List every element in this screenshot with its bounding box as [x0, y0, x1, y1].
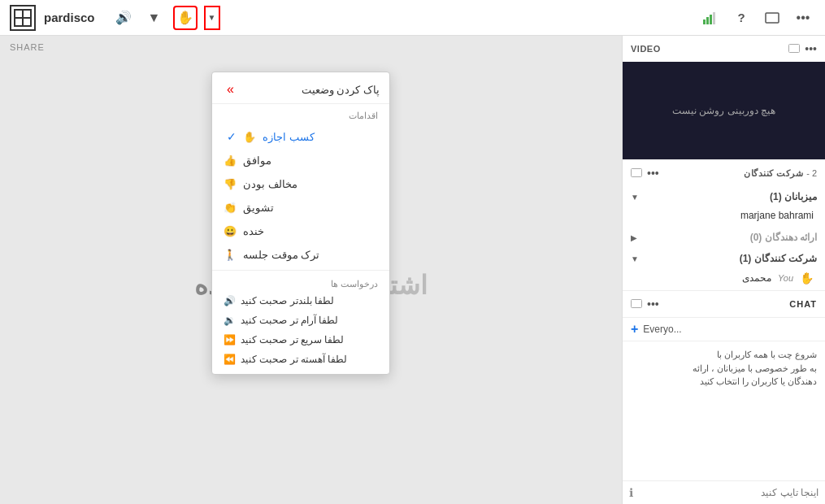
main-layout: SHARE « پاک کردن وضعیت اقدامات کسب اجازه…	[0, 36, 825, 504]
louder-request-item[interactable]: لطفا بلندتر صحبت کنید 🔊	[212, 291, 389, 311]
you-badge: You	[778, 273, 793, 283]
chat-info-icon: ℹ	[629, 486, 633, 499]
participants-count: 2 -	[806, 168, 817, 178]
agree-item[interactable]: موافق 👍	[212, 149, 389, 172]
dropdown-menu: « پاک کردن وضعیت اقدامات کسب اجازه ✋ ✓ م…	[211, 72, 390, 375]
chat-add-button[interactable]: +	[631, 322, 638, 337]
participants-screen-icon[interactable]	[631, 167, 642, 180]
svg-rect-1	[23, 10, 31, 18]
svg-rect-4	[703, 20, 706, 24]
svg-rect-11	[632, 300, 642, 308]
screen-share-button[interactable]	[760, 6, 784, 30]
video-more-button[interactable]: •••	[805, 42, 817, 55]
hosts-group: ▼ میزبانان (1) marjane bahrami	[623, 186, 825, 227]
laugh-label: خنده	[243, 225, 264, 237]
disagree-item[interactable]: مخالف بودن 👎	[212, 172, 389, 196]
participants-more-button[interactable]: •••	[647, 167, 659, 180]
svg-rect-3	[23, 18, 31, 26]
svg-rect-6	[710, 15, 712, 24]
ask-permission-item[interactable]: کسب اجازه ✋ ✓	[212, 124, 389, 149]
quieter-request-item[interactable]: لطفا آرام تر صحبت کنید 🔉	[212, 311, 389, 330]
left-panel: SHARE « پاک کردن وضعیت اقدامات کسب اجازه…	[0, 36, 622, 504]
more-options-button[interactable]: •••	[791, 6, 815, 30]
faster-request-item[interactable]: لطفا سریع تر صحبت کنید ⏩	[212, 330, 389, 350]
video-title: VIDEO	[631, 44, 661, 54]
participants-actions: •••	[631, 167, 659, 180]
attendees-label: شرکت کنندگان (1)	[642, 253, 817, 264]
attendees-chevron-icon: ▼	[631, 254, 639, 263]
leave-icon: 🚶	[224, 249, 237, 261]
svg-rect-2	[15, 18, 23, 26]
leave-item[interactable]: ترک موقت جلسه 🚶	[212, 243, 389, 267]
encourage-item[interactable]: تشویق 👏	[212, 196, 389, 219]
laugh-icon: 😀	[224, 225, 237, 237]
svg-rect-7	[713, 12, 715, 24]
clear-status-label[interactable]: پاک کردن وضعیت	[234, 84, 380, 96]
faster-request-label: لطفا سریع تر صحبت کنید	[241, 334, 344, 345]
chat-title: CHAT	[789, 299, 817, 309]
participants-title: شرکت کنندگان	[744, 168, 803, 179]
louder-icon: 🔊	[224, 295, 236, 306]
help-button[interactable]: ?	[729, 6, 753, 30]
louder-request-label: لطفا بلندتر صحبت کنید	[241, 295, 334, 306]
hosts-label: میزبانان (1)	[642, 191, 817, 202]
attendees-group: ▼ شرکت کنندگان (1) ✋ You محمدی	[623, 248, 825, 290]
faster-icon: ⏩	[224, 334, 236, 345]
dropdown-divider	[212, 270, 389, 271]
leave-label: ترک موقت جلسه	[243, 249, 319, 261]
video-screen-icon[interactable]	[788, 42, 800, 55]
chat-input-field[interactable]	[638, 487, 818, 498]
participants-section: ••• 2 - شرکت کنندگان ▼ میزبانان (1) marj…	[623, 160, 825, 291]
hosts-group-header[interactable]: ▼ میزبانان (1)	[623, 188, 825, 206]
host-item-0: marjane bahrami	[623, 206, 825, 225]
chat-more-button[interactable]: •••	[647, 298, 659, 311]
chat-header: ••• CHAT	[623, 291, 825, 318]
chat-messages[interactable]: شروع چت با همه کاربران با به طور خصوصی ب…	[623, 341, 825, 480]
video-section: VIDEO ••• هیچ دوربینی روشن نیست	[623, 36, 825, 160]
video-header: VIDEO •••	[623, 36, 825, 62]
svg-rect-5	[706, 17, 709, 24]
disagree-label: مخالف بودن	[243, 178, 297, 190]
quieter-icon: 🔉	[224, 315, 236, 326]
chat-screen-icon[interactable]	[631, 298, 642, 311]
slower-icon: ⏪	[224, 354, 236, 365]
hand-dropdown-button[interactable]: ▼	[204, 6, 220, 30]
hand-button[interactable]: ✋	[173, 6, 198, 30]
agree-label: موافق	[243, 154, 271, 167]
providers-group-header[interactable]: ▶ ارائه دهندگان (0)	[623, 228, 825, 246]
slower-request-label: لطفا آهسته تر صحبت کنید	[241, 354, 347, 365]
laugh-item[interactable]: خنده 😀	[212, 219, 389, 243]
disagree-icon: 👎	[224, 178, 237, 190]
hosts-chevron-icon: ▼	[631, 193, 639, 202]
agree-icon: 👍	[224, 154, 237, 167]
double-arrow-icon: «	[227, 82, 234, 97]
svg-rect-10	[632, 169, 642, 177]
dropdown-top-row: « پاک کردن وضعیت	[212, 77, 389, 104]
chat-to-label: Everyo...	[643, 324, 681, 335]
attendee-name-0: محمدی	[631, 272, 771, 284]
topbar-left: pardisco 🔊 ▼ ✋ ▼	[10, 5, 220, 31]
check-icon: ✓	[227, 130, 237, 143]
volume-button[interactable]: 🔊	[111, 6, 136, 30]
requests-section-label: درخواست ها	[212, 274, 389, 291]
chevron-down-button[interactable]: ▼	[142, 6, 167, 30]
encourage-icon: 👏	[224, 202, 237, 214]
topbar-icons: 🔊 ▼ ✋ ▼	[111, 6, 220, 30]
hand-raised-icon: ✋	[800, 272, 814, 285]
no-camera-text: هیچ دوربینی روشن نیست	[672, 105, 775, 116]
chat-section: ••• CHAT + Everyo... شروع چت با همه کارب…	[623, 291, 825, 504]
chat-to-row: + Everyo...	[623, 318, 825, 341]
svg-rect-0	[15, 10, 23, 18]
video-actions: •••	[788, 42, 817, 55]
app-name: pardisco	[44, 11, 95, 24]
host-name-0: marjane bahrami	[631, 210, 814, 221]
share-label: SHARE	[0, 36, 622, 59]
slower-request-item[interactable]: لطفا آهسته تر صحبت کنید ⏪	[212, 350, 389, 369]
svg-rect-9	[789, 45, 800, 53]
signal-icon	[698, 6, 723, 30]
quieter-request-label: لطفا آرام تر صحبت کنید	[241, 315, 338, 326]
topbar-right: ? •••	[698, 6, 815, 30]
right-panel: VIDEO ••• هیچ دوربینی روشن نیست	[622, 36, 825, 504]
attendees-group-header[interactable]: ▼ شرکت کنندگان (1)	[623, 250, 825, 267]
encourage-label: تشویق	[243, 202, 274, 214]
